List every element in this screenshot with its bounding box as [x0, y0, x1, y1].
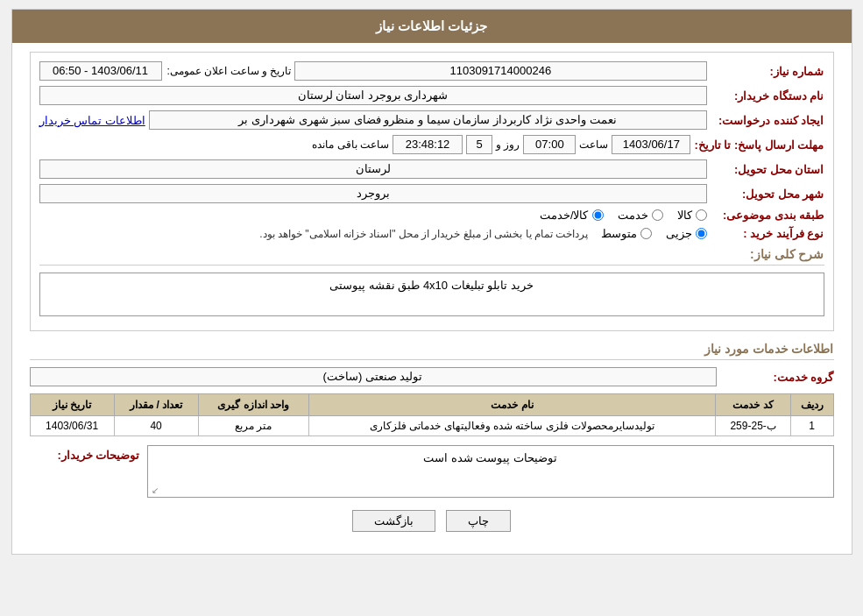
- sharh-title: شرح کلی نیاز:: [39, 247, 824, 266]
- back-button[interactable]: بازگشت: [352, 510, 435, 532]
- mohlat-label: مهلت ارسال پاسخ: تا تاریخ:: [694, 138, 824, 152]
- dastgah-value: شهرداری بروجرد استان لرستان: [39, 86, 707, 105]
- page-container: جزئیات اطلاعات نیاز شماره نیاز: 11030917…: [11, 9, 852, 555]
- row-shahr: شهر محل تحویل: بروجرد: [39, 184, 824, 203]
- tarikh-elan-label: تاریخ و ساعت اعلان عمومی:: [167, 65, 292, 77]
- radio-jozee-input[interactable]: [696, 228, 707, 239]
- col-tarikh: تاریخ نیاز: [30, 394, 114, 416]
- page-header: جزئیات اطلاعات نیاز: [12, 10, 852, 43]
- radio-kala-khedmat[interactable]: کالا/خدمت: [540, 209, 604, 222]
- radio-kala-khedmat-label: کالا/خدمت: [540, 209, 589, 222]
- contact-link[interactable]: اطلاعات تماس خریدار: [39, 114, 145, 127]
- ijad-label: ایجاد کننده درخواست:: [711, 114, 824, 127]
- radio-motavaset[interactable]: متوسط: [601, 227, 652, 240]
- ijad-value: نعمت واحدی نژاد کاربرداز سازمان سیما و م…: [149, 110, 707, 130]
- tabagheh-label: طبقه بندی موضوعی:: [711, 209, 824, 222]
- shahr-value: بروجرد: [39, 184, 707, 203]
- main-form-section: شماره نیاز: 1103091714000246 تاریخ و ساع…: [30, 52, 834, 331]
- radio-kala-input[interactable]: [696, 209, 707, 221]
- cell-tedad: 40: [114, 416, 198, 436]
- col-radif: ردیف: [790, 394, 833, 416]
- ostan-label: استان محل تحویل:: [711, 163, 824, 176]
- col-vahed: واحد اندازه گیری: [198, 394, 308, 416]
- cell-radif: 1: [790, 416, 833, 436]
- radio-kala-label: کالا: [677, 209, 692, 222]
- mohlat-remaining: 23:48:12: [393, 135, 463, 154]
- content-area: شماره نیاز: 1103091714000246 تاریخ و ساع…: [12, 43, 852, 554]
- row-mohlat: مهلت ارسال پاسخ: تا تاریخ: 1403/06/17 سا…: [39, 135, 824, 154]
- group-khedmat-label: گروه خدمت:: [720, 371, 834, 384]
- row-tabagheh: طبقه بندی موضوعی: کالا خدمت کالا/خدمت: [39, 209, 824, 222]
- row-group-khedmat: گروه خدمت: تولید صنعتی (ساخت): [30, 367, 834, 386]
- saat-label: ساعت: [579, 138, 608, 151]
- mohlat-rooz: 5: [466, 135, 492, 154]
- print-button[interactable]: چاپ: [446, 510, 511, 532]
- radio-kala-khedmat-input[interactable]: [592, 209, 604, 221]
- tosih-label: توضیحات خریدار:: [30, 445, 144, 462]
- radio-kala[interactable]: کالا: [677, 209, 707, 222]
- mohlat-date: 1403/06/17: [612, 135, 690, 154]
- farayand-radios: جزیی متوسط: [601, 227, 707, 240]
- service-table: ردیف کد خدمت نام خدمت واحد اندازه گیری ت…: [30, 393, 834, 436]
- radio-khedmat-input[interactable]: [652, 209, 663, 221]
- service-section-title: اطلاعات خدمات مورد نیاز: [30, 342, 834, 360]
- sharh-label-text: شرح کلی نیاز:: [750, 247, 824, 261]
- row-sharh: خرید تابلو تبلیغات 4x10 طبق نقشه پیوستی: [39, 273, 824, 316]
- row-farayand: نوع فرآیند خرید : جزیی متوسط پرداخت تمام…: [39, 227, 824, 240]
- row-dastgah: نام دستگاه خریدار: شهرداری بروجرد استان …: [39, 86, 824, 105]
- sharh-box: خرید تابلو تبلیغات 4x10 طبق نقشه پیوستی: [39, 273, 824, 316]
- tabagheh-radios: کالا خدمت کالا/خدمت: [540, 209, 707, 222]
- resize-handle-icon: ↙: [152, 485, 159, 495]
- shomare-value: 1103091714000246: [294, 61, 706, 81]
- tarikh-elan-group: تاریخ و ساعت اعلان عمومی: 1403/06/11 - 0…: [39, 61, 292, 81]
- table-row: 1ب-25-259تولیدسایرمحصولات فلزی ساخته شده…: [30, 416, 833, 436]
- remaining-label: ساعت باقی مانده: [312, 138, 389, 151]
- radio-jozee-label: جزیی: [666, 227, 692, 240]
- row-ostan: استان محل تحویل: لرستان: [39, 159, 824, 179]
- radio-khedmat-label: خدمت: [618, 209, 648, 222]
- radio-jozee[interactable]: جزیی: [666, 227, 707, 240]
- radio-motavaset-label: متوسط: [601, 227, 637, 240]
- page-title: جزئیات اطلاعات نیاز: [376, 18, 487, 33]
- shahr-label: شهر محل تحویل:: [711, 188, 824, 201]
- cell-vahed: متر مربع: [198, 416, 308, 436]
- cell-code: ب-25-259: [716, 416, 790, 436]
- shomare-label: شماره نیاز:: [711, 65, 824, 78]
- col-tedad: تعداد / مقدار: [114, 394, 198, 416]
- dastgah-label: نام دستگاه خریدار:: [711, 89, 824, 103]
- cell-name: تولیدسایرمحصولات فلزی ساخته شده وفعالیته…: [308, 416, 716, 436]
- farayand-note: پرداخت تمام یا بخشی از مبلغ خریدار از مح…: [259, 228, 588, 240]
- farayand-label: نوع فرآیند خرید :: [711, 227, 824, 240]
- row-tosih: توضیحات پیوست شده است ↙ توضیحات خریدار:: [30, 445, 834, 498]
- col-code: کد خدمت: [716, 394, 790, 416]
- tarikh-elan-value: 1403/06/11 - 06:50: [39, 61, 162, 81]
- mohlat-saat: 07:00: [523, 135, 576, 154]
- rooz-label: روز و: [496, 138, 520, 151]
- group-khedmat-value: تولید صنعتی (ساخت): [30, 367, 717, 386]
- ostan-value: لرستان: [39, 159, 707, 179]
- button-row: چاپ بازگشت: [30, 510, 834, 532]
- row-shomare: شماره نیاز: 1103091714000246 تاریخ و ساع…: [39, 61, 824, 81]
- tosih-value: توضیحات پیوست شده است: [153, 451, 828, 464]
- row-ijad: ایجاد کننده درخواست: نعمت واحدی نژاد کار…: [39, 110, 824, 130]
- radio-khedmat[interactable]: خدمت: [618, 209, 663, 222]
- radio-motavaset-input[interactable]: [640, 228, 652, 239]
- col-name: نام خدمت: [308, 394, 716, 416]
- cell-tarikh: 1403/06/31: [30, 416, 114, 436]
